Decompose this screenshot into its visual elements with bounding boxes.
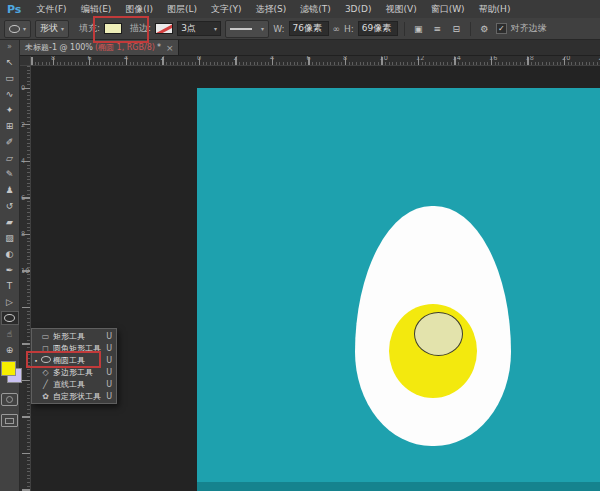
crop-tool[interactable]: ⊞ xyxy=(1,119,19,133)
stroke-width-value: 3点 xyxy=(181,22,196,35)
pen-tool[interactable]: ✒ xyxy=(1,263,19,277)
menu-item-shortcut: U xyxy=(106,392,112,401)
vertical-ruler[interactable]: 0246810 xyxy=(20,66,31,491)
chevron-down-icon: ▾ xyxy=(261,26,264,32)
clone-stamp-tool[interactable]: ♟ xyxy=(1,183,19,197)
horizontal-ruler[interactable]: 86420246810121416182022 xyxy=(31,55,600,66)
ruler-number: 2 xyxy=(21,122,25,129)
collapse-toolbar-icon[interactable]: » xyxy=(7,40,12,53)
divider xyxy=(470,22,471,36)
menu-file[interactable]: 文件(F) xyxy=(29,0,73,18)
blur-tool[interactable]: ◐ xyxy=(1,247,19,261)
hand-tool[interactable]: ☝ xyxy=(1,327,19,341)
stroke-color-swatch[interactable] xyxy=(155,23,173,34)
foreground-color-swatch[interactable] xyxy=(1,361,16,376)
menu-help[interactable]: 帮助(H) xyxy=(472,0,518,18)
move-tool[interactable]: ↖ xyxy=(1,55,19,69)
menu-type[interactable]: 文字(Y) xyxy=(204,0,249,18)
path-operations-button[interactable]: ▣ xyxy=(411,21,426,36)
shape-tool-flyout-menu: ▭矩形工具U◻圆角矩形工具U•椭圆工具U◇多边形工具U╱直线工具U✿自定形状工具… xyxy=(31,328,117,404)
egg-yolk-ellipse-shape xyxy=(414,312,463,356)
screen-mode-button[interactable] xyxy=(1,414,18,427)
stroke-label: 描边: xyxy=(130,22,151,35)
type-tool[interactable]: T xyxy=(1,279,19,293)
chevron-down-icon: ▾ xyxy=(214,26,217,32)
fill-color-swatch[interactable] xyxy=(104,23,122,34)
menu-select[interactable]: 选择(S) xyxy=(249,0,294,18)
align-edges-checkbox[interactable]: ✓ xyxy=(496,23,507,34)
menu-3d[interactable]: 3D(D) xyxy=(338,0,379,18)
path-selection-tool[interactable]: ▷ xyxy=(1,295,19,309)
ruler-origin-corner xyxy=(20,55,31,66)
ruler-number: 12 xyxy=(416,55,424,62)
link-dimensions-icon[interactable]: ∞ xyxy=(333,24,341,34)
quick-selection-tool[interactable]: ✦ xyxy=(1,103,19,117)
chevron-down-icon: ▾ xyxy=(61,26,64,32)
ruler-number: 14 xyxy=(453,55,461,62)
tool-preset-picker[interactable]: ▾ xyxy=(4,20,31,38)
menu-image[interactable]: 图像(I) xyxy=(118,0,160,18)
document-tab[interactable]: 未标题-1 @ 100% (椭圆 1, RGB/8) * × xyxy=(20,40,179,55)
gear-icon[interactable]: ⚙ xyxy=(477,21,492,36)
menu-item-rectangle-tool[interactable]: ▭矩形工具U xyxy=(32,330,116,342)
ruler-number: 8 xyxy=(51,55,55,62)
eraser-tool[interactable]: ▰ xyxy=(1,215,19,229)
menu-item-label: 多边形工具 xyxy=(53,367,104,378)
menu-item-custom-shape-tool[interactable]: ✿自定形状工具U xyxy=(32,390,116,402)
ellipse-icon xyxy=(41,356,51,363)
quick-mask-button[interactable] xyxy=(1,393,18,406)
quick-mask-icon xyxy=(6,396,13,403)
healing-brush-tool[interactable]: ▱ xyxy=(1,151,19,165)
ruler-ticks xyxy=(31,57,600,65)
shape-height-input[interactable]: 69像素 xyxy=(358,21,398,36)
ruler-number: 0 xyxy=(21,85,25,92)
photoshop-logo: Ps xyxy=(0,3,29,16)
divider xyxy=(404,22,405,36)
menu-bar: Ps 文件(F) 编辑(E) 图像(I) 图层(L) 文字(Y) 选择(S) 滤… xyxy=(0,0,600,19)
brush-tool[interactable]: ✎ xyxy=(1,167,19,181)
stroke-type-select[interactable]: ▾ xyxy=(225,20,269,38)
menu-edit[interactable]: 编辑(E) xyxy=(74,0,119,18)
menu-item-rounded-rectangle-tool[interactable]: ◻圆角矩形工具U xyxy=(32,342,116,354)
marquee-tool[interactable]: ▭ xyxy=(1,71,19,85)
stroke-width-field[interactable]: 3点 ▾ xyxy=(177,21,221,36)
ruler-number: 4 xyxy=(21,158,25,165)
ruler-number: 2 xyxy=(234,55,238,62)
path-arrange-button[interactable]: ⊟ xyxy=(449,21,464,36)
menu-item-polygon-tool[interactable]: ◇多边形工具U xyxy=(32,366,116,378)
eyedropper-tool[interactable]: ✐ xyxy=(1,135,19,149)
ruler-number: 0 xyxy=(197,55,201,62)
shape-width-value: 76像素 xyxy=(293,22,322,35)
close-icon[interactable]: × xyxy=(166,43,174,53)
menu-view[interactable]: 视图(V) xyxy=(379,0,424,18)
path-alignment-button[interactable]: ≡ xyxy=(430,21,445,36)
shape-width-input[interactable]: 76像素 xyxy=(289,21,329,36)
ellipse-shape-tool[interactable] xyxy=(1,311,19,325)
menu-item-shortcut: U xyxy=(106,332,112,341)
width-label: W: xyxy=(273,24,284,34)
tool-mode-select[interactable]: 形状 ▾ xyxy=(35,20,69,38)
history-brush-tool[interactable]: ↺ xyxy=(1,199,19,213)
tools-panel: » ↖▭∿✦⊞✐▱✎♟↺▰▨◐✒T▷☝⊕ xyxy=(0,40,20,491)
document-tab-bar: 未标题-1 @ 100% (椭圆 1, RGB/8) * × xyxy=(20,40,600,56)
menu-item-ellipse-tool[interactable]: •椭圆工具U xyxy=(32,354,116,366)
ruler-number: 20 xyxy=(562,55,570,62)
ruler-number: 2 xyxy=(161,55,165,62)
menu-layer[interactable]: 图层(L) xyxy=(160,0,204,18)
menu-item-rectangle-tool-icon: ▭ xyxy=(40,332,51,341)
color-swatches xyxy=(0,361,20,385)
ruler-number: 8 xyxy=(343,55,347,62)
no-color-slash-icon xyxy=(155,23,173,34)
screen-mode-icon xyxy=(5,418,14,424)
document-layer-info: (椭圆 1, RGB/8) xyxy=(95,42,155,53)
menu-item-label: 直线工具 xyxy=(53,379,104,390)
lasso-tool[interactable]: ∿ xyxy=(1,87,19,101)
menu-filter[interactable]: 滤镜(T) xyxy=(293,0,338,18)
menu-item-shortcut: U xyxy=(106,344,112,353)
menu-item-label: 椭圆工具 xyxy=(53,355,104,366)
menu-window[interactable]: 窗口(W) xyxy=(424,0,472,18)
menu-item-line-tool[interactable]: ╱直线工具U xyxy=(32,378,116,390)
ellipse-icon xyxy=(4,314,15,322)
zoom-tool[interactable]: ⊕ xyxy=(1,343,19,357)
gradient-tool[interactable]: ▨ xyxy=(1,231,19,245)
